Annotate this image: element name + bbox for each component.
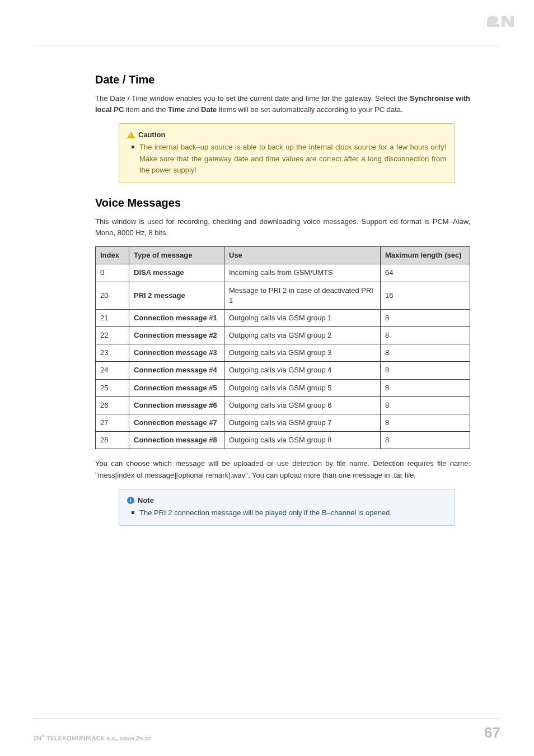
cell-index: 24 — [96, 362, 129, 379]
cell-index: 22 — [96, 327, 129, 344]
table-row: 20PRI 2 messageMessage to PRI 2 in case … — [96, 282, 470, 309]
callout-note: i Note The PRI 2 connection message will… — [119, 489, 455, 526]
text: and — [185, 105, 201, 114]
cell-index: 23 — [96, 344, 129, 362]
cell-max: 8 — [381, 327, 470, 344]
cell-use: Outgoing calls via GSM group 4 — [224, 362, 381, 379]
cell-max: 8 — [381, 362, 470, 379]
cell-type: Connection message #2 — [129, 327, 224, 344]
callout-title-text: Caution — [138, 129, 165, 141]
cell-use: Outgoing calls via GSM group 8 — [224, 432, 381, 449]
cell-use: Outgoing calls via GSM group 7 — [224, 414, 381, 432]
brand-logo — [485, 10, 516, 29]
page-number: 67 — [484, 724, 500, 741]
th-use: Use — [224, 247, 381, 264]
footer-company: TELEKOMUNIKACE a.s., www.2n.cz — [45, 735, 151, 741]
cell-type: Connection message #8 — [129, 432, 224, 449]
caution-icon — [127, 132, 135, 138]
page-footer: 2N® TELEKOMUNIKACE a.s., www.2n.cz 67 — [34, 718, 500, 741]
cell-index: 28 — [96, 432, 129, 449]
table-row: 25Connection message #5Outgoing calls vi… — [96, 379, 470, 396]
cell-max: 64 — [381, 264, 470, 282]
table-row: 28Connection message #8Outgoing calls vi… — [96, 432, 470, 449]
callout-note-text: The PRI 2 connection message will be pla… — [139, 507, 446, 519]
cell-use: Outgoing calls via GSM group 6 — [224, 396, 381, 414]
cell-max: 8 — [381, 379, 470, 396]
text: items will be set automatically accordin… — [217, 105, 402, 114]
table-row: 21Connection message #1Outgoing calls vi… — [96, 309, 470, 326]
callout-note-title: i Note — [127, 495, 446, 506]
th-index: Index — [96, 247, 129, 264]
table-row: 0DISA messageIncoming calls from GSM/UMT… — [96, 264, 470, 282]
cell-type: Connection message #4 — [129, 362, 224, 379]
cell-type: Connection message #1 — [129, 309, 224, 326]
cell-use: Message to PRI 2 in case of deactivated … — [224, 282, 381, 309]
cell-max: 8 — [381, 414, 470, 432]
cell-index: 20 — [96, 282, 129, 309]
cell-use: Outgoing calls via GSM group 2 — [224, 327, 381, 344]
cell-max: 8 — [381, 396, 470, 414]
paragraph-voice-messages: This window is used for recording, check… — [95, 216, 470, 239]
callout-caution-text: The internal back–up source is able to b… — [139, 142, 446, 175]
footer-brand: 2N — [34, 735, 41, 741]
table-header-row: Index Type of message Use Maximum length… — [96, 247, 470, 264]
cell-index: 25 — [96, 379, 129, 396]
cell-max: 16 — [381, 282, 470, 309]
text: item and the — [124, 105, 168, 114]
cell-index: 21 — [96, 309, 129, 326]
voice-messages-table: Index Type of message Use Maximum length… — [95, 246, 470, 449]
cell-use: Outgoing calls via GSM group 1 — [224, 309, 381, 326]
heading-date-time: Date / Time — [95, 73, 470, 86]
text-bold: Date — [201, 105, 217, 114]
heading-voice-messages: Voice Messages — [95, 197, 470, 209]
th-max: Maximum length (sec) — [381, 247, 470, 264]
table-row: 26Connection message #6Outgoing calls vi… — [96, 396, 470, 414]
cell-use: Incoming calls from GSM/UMTS — [224, 264, 381, 282]
cell-type: DISA message — [129, 264, 224, 282]
callout-caution-title: Caution — [127, 129, 446, 141]
cell-index: 0 — [96, 264, 129, 282]
cell-use: Outgoing calls via GSM group 5 — [224, 379, 381, 396]
cell-use: Outgoing calls via GSM group 3 — [224, 344, 381, 362]
cell-type: Connection message #5 — [129, 379, 224, 396]
footer-left: 2N® TELEKOMUNIKACE a.s., www.2n.cz — [34, 734, 151, 741]
info-icon: i — [127, 497, 134, 504]
cell-type: PRI 2 message — [129, 282, 224, 309]
cell-type: Connection message #6 — [129, 396, 224, 414]
table-row: 27Connection message #7Outgoing calls vi… — [96, 414, 470, 432]
text: The Date / Time window enables you to se… — [95, 94, 410, 102]
text-bold: Time — [168, 105, 185, 114]
cell-max: 8 — [381, 432, 470, 449]
cell-index: 26 — [96, 396, 129, 414]
cell-index: 27 — [96, 414, 129, 432]
callout-title-text: Note — [138, 495, 154, 506]
paragraph-date-time: The Date / Time window enables you to se… — [95, 93, 470, 115]
callout-caution: Caution The internal back–up source is a… — [119, 123, 455, 183]
table-row: 24Connection message #4Outgoing calls vi… — [96, 362, 470, 379]
table-row: 22Connection message #2Outgoing calls vi… — [96, 327, 470, 344]
th-type: Type of message — [129, 247, 224, 264]
cell-max: 8 — [381, 309, 470, 326]
cell-max: 8 — [381, 344, 470, 362]
cell-type: Connection message #3 — [129, 344, 224, 362]
paragraph-after-table: You can choose which message will be upl… — [95, 458, 470, 480]
cell-type: Connection message #7 — [129, 414, 224, 432]
table-row: 23Connection message #3Outgoing calls vi… — [96, 344, 470, 362]
